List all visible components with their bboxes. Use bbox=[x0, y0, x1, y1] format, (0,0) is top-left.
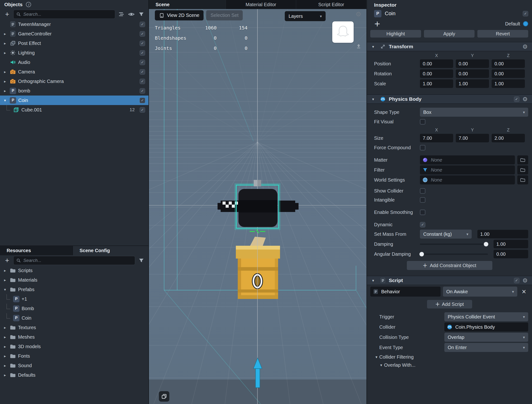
res-item-coin[interactable]: P Coin bbox=[0, 313, 148, 323]
enabled-checkbox[interactable]: ✓ bbox=[140, 88, 145, 94]
tree-item-orthographic-camera[interactable]: ▸ Orthographic Camera ✓ bbox=[0, 77, 148, 86]
size-x-input[interactable]: 7.00 bbox=[420, 134, 453, 142]
chevron-right-icon[interactable]: ▸ bbox=[2, 32, 8, 36]
anchor-icon[interactable] bbox=[355, 43, 362, 50]
chevron-right-icon[interactable]: ▸ bbox=[2, 268, 8, 273]
tree-item-bomb[interactable]: ▸ P bomb ✓ bbox=[0, 86, 148, 96]
chevron-down-icon[interactable]: ▾ bbox=[372, 45, 377, 49]
bomb-object[interactable] bbox=[218, 189, 298, 227]
res-item-fonts[interactable]: ▸ Fonts bbox=[0, 351, 148, 361]
res-item-plus1[interactable]: P +1 bbox=[0, 294, 148, 304]
filter-reference-field[interactable]: None bbox=[420, 165, 515, 174]
add-object-button[interactable]: + bbox=[3, 10, 11, 18]
tab-resources[interactable]: Resources bbox=[0, 246, 73, 255]
res-item-sound[interactable]: ▸ Sound bbox=[0, 361, 148, 370]
damping-slider-knob[interactable] bbox=[484, 242, 488, 246]
res-item-meshes[interactable]: ▸ Meshes bbox=[0, 332, 148, 342]
behavior-script-chip[interactable]: Behavior bbox=[370, 287, 441, 297]
filter-browse-button[interactable] bbox=[517, 165, 528, 174]
tree-item-gamecontroller[interactable]: ▸ GameController ✓ bbox=[0, 29, 148, 38]
shape-type-dropdown[interactable]: Box ▾ bbox=[420, 108, 528, 117]
tree-item-lighting[interactable]: ▸ Lighting ✓ bbox=[0, 48, 148, 58]
revert-button[interactable]: Revert bbox=[477, 30, 528, 38]
objects-search-box[interactable] bbox=[13, 10, 115, 19]
enabled-checkbox[interactable]: ✓ bbox=[140, 98, 145, 103]
selection-set-button[interactable]: Selection Set bbox=[206, 10, 243, 20]
collision-type-dropdown[interactable]: Overlap ▾ bbox=[444, 333, 528, 342]
position-z-input[interactable]: 0.00 bbox=[492, 59, 525, 68]
matter-reference-field[interactable]: None bbox=[420, 155, 515, 164]
filter-funnel-icon[interactable] bbox=[138, 257, 145, 264]
visibility-eye-icon[interactable] bbox=[127, 10, 135, 18]
enabled-checkbox[interactable]: ✓ bbox=[140, 50, 145, 56]
damping-input[interactable]: 1.00 bbox=[494, 240, 528, 248]
trigger-dropdown[interactable]: Physics Collider Event ▾ bbox=[444, 312, 528, 321]
scene-viewport[interactable]: View 2D Scene Selection Set Layers ▾ ⚙ T… bbox=[149, 9, 367, 404]
chevron-right-icon[interactable]: ▸ bbox=[2, 354, 8, 358]
tab-scene-config[interactable]: Scene Config bbox=[73, 246, 117, 255]
matter-browse-button[interactable] bbox=[517, 155, 528, 164]
add-component-button[interactable]: + bbox=[374, 19, 502, 28]
physics-enabled-checkbox[interactable]: ✓ bbox=[514, 96, 519, 102]
highlight-button[interactable]: Highlight bbox=[370, 30, 421, 38]
set-mass-dropdown[interactable]: Constant (kg) ▾ bbox=[420, 230, 472, 239]
resources-search-input[interactable] bbox=[23, 258, 133, 263]
chevron-right-icon[interactable]: ▸ bbox=[2, 373, 8, 377]
gear-icon[interactable]: ⚙ bbox=[522, 96, 528, 103]
remove-script-button[interactable]: × bbox=[520, 288, 528, 295]
enabled-checkbox[interactable]: ✓ bbox=[140, 41, 145, 46]
rotation-x-input[interactable]: 0.00 bbox=[420, 69, 453, 78]
chevron-down-icon[interactable]: ▾ bbox=[380, 363, 382, 367]
chevron-right-icon[interactable]: ▸ bbox=[2, 278, 8, 282]
mass-input[interactable]: 1.00 bbox=[477, 230, 528, 238]
res-item-defaults[interactable]: ▸ Defaults bbox=[0, 370, 148, 380]
chevron-down-icon[interactable]: ▾ bbox=[2, 287, 8, 292]
res-item-scripts[interactable]: ▸ Scripts bbox=[0, 266, 148, 275]
fit-visual-checkbox[interactable] bbox=[420, 119, 425, 125]
view-2d-scene-button[interactable]: View 2D Scene bbox=[155, 10, 203, 20]
add-constraint-object-button[interactable]: + Add Constraint Object bbox=[407, 261, 492, 270]
res-item-prefabs[interactable]: ▾ Prefabs bbox=[0, 285, 148, 294]
script-event-dropdown[interactable]: On Awake ▾ bbox=[443, 287, 517, 297]
chevron-right-icon[interactable]: ▸ bbox=[2, 325, 8, 330]
res-item-materials[interactable]: ▸ Materials bbox=[0, 275, 148, 285]
filter-funnel-icon[interactable] bbox=[138, 10, 145, 18]
preview-ghost-thumbnail[interactable] bbox=[332, 21, 354, 43]
default-state-dot[interactable] bbox=[523, 21, 528, 26]
chevron-down-icon[interactable]: ▾ bbox=[372, 278, 377, 283]
enabled-checkbox[interactable]: ✓ bbox=[140, 107, 145, 113]
angular-damping-input[interactable]: 0.00 bbox=[494, 250, 528, 258]
world-settings-browse-button[interactable] bbox=[517, 175, 528, 184]
res-item-bomb[interactable]: P Bomb bbox=[0, 304, 148, 313]
pivot-cube[interactable] bbox=[254, 180, 261, 186]
rotation-z-input[interactable]: 0.00 bbox=[492, 69, 525, 78]
rotation-y-input[interactable]: 0.00 bbox=[456, 69, 489, 78]
tab-scene[interactable]: Scene bbox=[149, 0, 226, 9]
scale-x-input[interactable]: 1.00 bbox=[420, 79, 453, 88]
tree-item-post-effect[interactable]: ▸ Post Effect ✓ bbox=[0, 38, 148, 48]
info-icon[interactable]: i bbox=[26, 2, 31, 7]
angular-damping-slider[interactable] bbox=[420, 250, 488, 259]
add-script-button[interactable]: + Add Script bbox=[427, 300, 472, 308]
enabled-checkbox[interactable]: ✓ bbox=[140, 79, 145, 84]
enable-smoothing-checkbox[interactable] bbox=[420, 210, 425, 215]
res-item-textures[interactable]: ▸ Textures bbox=[0, 323, 148, 332]
objects-search-input[interactable] bbox=[23, 12, 113, 17]
world-settings-reference-field[interactable]: None bbox=[420, 175, 515, 184]
outline-view-icon[interactable] bbox=[118, 10, 125, 18]
physics-section-header[interactable]: ▾ Physics Body ✓ ⚙ bbox=[367, 94, 532, 104]
script-section-header[interactable]: ▾ Script ✓ ⚙ bbox=[367, 276, 532, 285]
enabled-checkbox[interactable]: ✓ bbox=[140, 31, 145, 37]
collider-reference-field[interactable]: Coin.Physics Body bbox=[444, 322, 528, 332]
collider-filtering-row[interactable]: ▾ Collider Filtering bbox=[375, 354, 528, 360]
position-y-input[interactable]: 0.00 bbox=[456, 59, 489, 68]
chevron-right-icon[interactable]: ▸ bbox=[2, 344, 8, 349]
angular-damping-slider-knob[interactable] bbox=[419, 252, 424, 257]
chevron-right-icon[interactable]: ▸ bbox=[2, 51, 8, 55]
scale-y-input[interactable]: 1.00 bbox=[456, 79, 489, 88]
coin-crate-object[interactable] bbox=[236, 237, 280, 299]
scene-viewport-canvas[interactable] bbox=[149, 9, 367, 404]
show-collider-checkbox[interactable] bbox=[420, 188, 425, 194]
tree-item-audio[interactable]: Audio ✓ bbox=[0, 58, 148, 67]
tab-material-editor[interactable]: Material Editor bbox=[226, 0, 296, 9]
